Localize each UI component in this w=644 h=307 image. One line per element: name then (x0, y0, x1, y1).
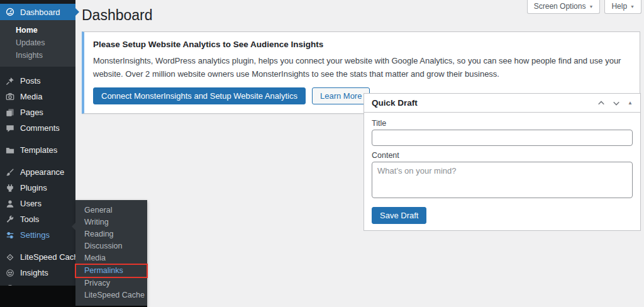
sidebar-item-insights[interactable]: Insights (0, 265, 75, 281)
help-button[interactable]: Help ▼ (604, 0, 641, 14)
flyout-item-privacy[interactable]: Privacy (75, 277, 147, 289)
sidebar-item-label: Posts (20, 76, 41, 86)
connect-monsterinsights-button[interactable]: Connect MonsterInsights and Setup Websit… (93, 87, 306, 104)
chevron-down-icon: ▼ (630, 4, 635, 9)
screen-meta-links: Screen Options ▼ Help ▼ (527, 0, 641, 14)
sidebar-item-dashboard[interactable]: Dashboard (0, 4, 75, 20)
screen-options-button[interactable]: Screen Options ▼ (527, 0, 601, 14)
flyout-item-writing[interactable]: Writing (75, 216, 147, 228)
content-field-label: Content (372, 151, 633, 160)
move-up-icon[interactable] (597, 99, 605, 107)
litespeed-diamond-icon (5, 252, 15, 262)
sidebar-subitem-home[interactable]: Home (0, 24, 75, 36)
paintbrush-icon (5, 167, 15, 177)
wrench-icon (5, 215, 15, 225)
quick-draft-body: Title Content Save Draft (364, 113, 640, 230)
title-field-label: Title (372, 119, 633, 128)
sidebar-item-templates[interactable]: Templates (0, 142, 75, 158)
screen-options-label: Screen Options (534, 2, 586, 11)
dashboard-submenu-wrap: Home Updates Insights (0, 20, 75, 67)
move-down-icon[interactable] (613, 99, 620, 107)
sidebar-item-label: Tools (20, 215, 39, 224)
sidebar-item-label: Appearance (20, 167, 64, 177)
collapse-panel-icon[interactable]: ▲ (628, 100, 633, 106)
quick-draft-widget: Quick Draft ▲ Title Content Save Draft (364, 93, 641, 231)
flyout-item-permalinks[interactable]: Permalinks (75, 264, 147, 277)
admin-menu: Dashboard Home Updates Insights Posts (0, 4, 75, 296)
quick-draft-title: Quick Draft (372, 98, 418, 108)
sidebar-item-settings[interactable]: Settings (0, 227, 75, 243)
sidebar-item-users[interactable]: Users (0, 196, 75, 211)
sidebar-subitem-insights[interactable]: Insights (0, 49, 75, 62)
sidebar-item-label: Users (20, 199, 42, 208)
plug-icon (5, 183, 15, 193)
settings-flyout-menu: General Writing Reading Discussion Media… (75, 200, 147, 306)
flyout-item-litespeed-cache[interactable]: LiteSpeed Cache (75, 289, 147, 301)
flyout-item-media[interactable]: Media (75, 252, 147, 264)
dashboard-submenu: Home Updates Insights (0, 20, 75, 67)
sidebar-item-pages[interactable]: Pages (0, 104, 75, 120)
sidebar-item-label: Insights (20, 268, 48, 277)
sidebar-item-label: Dashboard (20, 8, 60, 17)
learn-more-button[interactable]: Learn More (312, 87, 370, 104)
sidebar-item-label: Media (20, 92, 42, 101)
user-icon (5, 199, 15, 209)
chevron-down-icon: ▼ (589, 4, 593, 9)
sidebar-item-appearance[interactable]: Appearance (0, 164, 75, 180)
flyout-arrow (72, 223, 75, 230)
flyout-item-discussion[interactable]: Discussion (75, 240, 147, 252)
folder-icon (5, 145, 15, 155)
quick-draft-header[interactable]: Quick Draft ▲ (364, 94, 640, 113)
title-input[interactable] (372, 130, 633, 146)
comment-bubble-icon (5, 123, 15, 133)
pushpin-icon (5, 76, 15, 86)
monsterinsights-icon (5, 268, 15, 278)
sidebar-item-label: Comments (20, 123, 60, 133)
help-label: Help (611, 2, 627, 11)
dashboard-gauge-icon (5, 7, 15, 17)
sidebar-item-label: Pages (20, 108, 43, 117)
camera-icon (5, 92, 15, 102)
sidebar-item-plugins[interactable]: Plugins (0, 180, 75, 196)
pages-icon (5, 108, 15, 118)
sidebar-item-posts[interactable]: Posts (0, 73, 75, 89)
admin-sidebar: Dashboard Home Updates Insights Posts (0, 0, 75, 307)
content-textarea[interactable] (372, 162, 633, 198)
flyout-item-general[interactable]: General (75, 204, 147, 216)
flyout-item-reading[interactable]: Reading (75, 228, 147, 240)
sidebar-item-tools[interactable]: Tools (0, 211, 75, 227)
sidebar-subitem-updates[interactable]: Updates (0, 36, 75, 49)
sidebar-item-label: Plugins (20, 183, 47, 193)
active-item-arrow (75, 8, 79, 16)
save-draft-button[interactable]: Save Draft (372, 207, 426, 224)
sidebar-item-label: Settings (20, 230, 50, 240)
sidebar-item-label: LiteSpeed Cache (20, 252, 83, 262)
notice-body: MonsterInsights, WordPress analytics plu… (93, 55, 631, 81)
sliders-icon (5, 230, 15, 240)
sidebar-item-comments[interactable]: Comments (0, 120, 75, 136)
sidebar-item-litespeed-cache[interactable]: LiteSpeed Cache (0, 249, 75, 265)
sidebar-item-media[interactable]: Media (0, 89, 75, 104)
sidebar-item-label: Templates (20, 145, 57, 155)
notice-title: Please Setup Website Analytics to See Au… (93, 40, 631, 49)
